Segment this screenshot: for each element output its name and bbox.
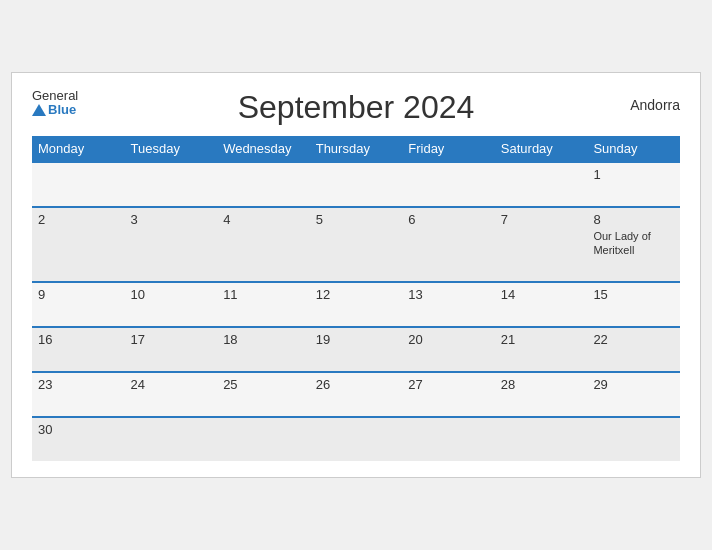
calendar-week-row: 2345678Our Lady of Meritxell (32, 207, 680, 283)
calendar-day-cell: 16 (32, 327, 125, 372)
logo: General Blue (32, 89, 78, 118)
day-number: 28 (501, 377, 515, 392)
calendar-week-row: 23242526272829 (32, 372, 680, 417)
calendar-day-cell: 5 (310, 207, 403, 283)
day-number: 29 (593, 377, 607, 392)
calendar-day-cell: 21 (495, 327, 588, 372)
calendar-day-cell (32, 162, 125, 207)
calendar-day-cell: 27 (402, 372, 495, 417)
calendar-day-cell (310, 417, 403, 461)
calendar-day-cell (217, 417, 310, 461)
calendar-day-cell: 22 (587, 327, 680, 372)
calendar-day-cell: 14 (495, 282, 588, 327)
calendar-day-cell: 8Our Lady of Meritxell (587, 207, 680, 283)
header-tuesday: Tuesday (125, 136, 218, 162)
country-name: Andorra (630, 97, 680, 113)
calendar-day-cell: 28 (495, 372, 588, 417)
day-number: 14 (501, 287, 515, 302)
calendar-table: Monday Tuesday Wednesday Thursday Friday… (32, 136, 680, 462)
logo-triangle-icon (32, 104, 46, 116)
calendar-day-cell: 25 (217, 372, 310, 417)
calendar-day-cell: 1 (587, 162, 680, 207)
day-number: 5 (316, 212, 323, 227)
calendar-day-cell: 10 (125, 282, 218, 327)
header-friday: Friday (402, 136, 495, 162)
day-number: 30 (38, 422, 52, 437)
day-number: 6 (408, 212, 415, 227)
calendar-day-cell: 26 (310, 372, 403, 417)
day-number: 25 (223, 377, 237, 392)
logo-blue-text: Blue (32, 103, 78, 117)
calendar-day-cell: 7 (495, 207, 588, 283)
day-number: 21 (501, 332, 515, 347)
day-number: 23 (38, 377, 52, 392)
calendar-day-cell (402, 417, 495, 461)
calendar-week-row: 1 (32, 162, 680, 207)
calendar-body: 12345678Our Lady of Meritxell91011121314… (32, 162, 680, 462)
day-number: 2 (38, 212, 45, 227)
day-number: 20 (408, 332, 422, 347)
calendar-day-cell: 24 (125, 372, 218, 417)
calendar-day-cell: 19 (310, 327, 403, 372)
day-number: 18 (223, 332, 237, 347)
calendar-week-row: 16171819202122 (32, 327, 680, 372)
day-number: 19 (316, 332, 330, 347)
calendar-day-cell: 4 (217, 207, 310, 283)
calendar-day-cell (587, 417, 680, 461)
calendar-day-cell: 18 (217, 327, 310, 372)
day-number: 26 (316, 377, 330, 392)
header-thursday: Thursday (310, 136, 403, 162)
weekday-header-row: Monday Tuesday Wednesday Thursday Friday… (32, 136, 680, 162)
calendar-week-row: 9101112131415 (32, 282, 680, 327)
calendar-day-cell (125, 417, 218, 461)
day-number: 22 (593, 332, 607, 347)
header-wednesday: Wednesday (217, 136, 310, 162)
day-number: 13 (408, 287, 422, 302)
event-text: Our Lady of Meritxell (593, 229, 674, 258)
calendar-day-cell: 13 (402, 282, 495, 327)
calendar-day-cell (495, 162, 588, 207)
day-number: 7 (501, 212, 508, 227)
calendar-day-cell: 30 (32, 417, 125, 461)
calendar-header: General Blue September 2024 Andorra (32, 89, 680, 126)
day-number: 16 (38, 332, 52, 347)
calendar-day-cell (310, 162, 403, 207)
calendar-day-cell (402, 162, 495, 207)
header-monday: Monday (32, 136, 125, 162)
day-number: 3 (131, 212, 138, 227)
calendar-day-cell (217, 162, 310, 207)
calendar-day-cell: 6 (402, 207, 495, 283)
calendar-day-cell: 29 (587, 372, 680, 417)
header-saturday: Saturday (495, 136, 588, 162)
day-number: 1 (593, 167, 600, 182)
calendar-day-cell: 9 (32, 282, 125, 327)
calendar-container: General Blue September 2024 Andorra Mond… (11, 72, 701, 479)
day-number: 9 (38, 287, 45, 302)
day-number: 17 (131, 332, 145, 347)
calendar-day-cell (495, 417, 588, 461)
calendar-day-cell: 15 (587, 282, 680, 327)
logo-general-text: General (32, 89, 78, 103)
calendar-title: September 2024 (238, 89, 475, 126)
day-number: 12 (316, 287, 330, 302)
calendar-day-cell: 20 (402, 327, 495, 372)
calendar-day-cell: 17 (125, 327, 218, 372)
calendar-week-row: 30 (32, 417, 680, 461)
header-sunday: Sunday (587, 136, 680, 162)
day-number: 8 (593, 212, 600, 227)
calendar-day-cell: 23 (32, 372, 125, 417)
day-number: 15 (593, 287, 607, 302)
day-number: 27 (408, 377, 422, 392)
day-number: 4 (223, 212, 230, 227)
calendar-day-cell: 11 (217, 282, 310, 327)
day-number: 10 (131, 287, 145, 302)
calendar-day-cell: 12 (310, 282, 403, 327)
calendar-day-cell: 3 (125, 207, 218, 283)
day-number: 11 (223, 287, 237, 302)
day-number: 24 (131, 377, 145, 392)
calendar-day-cell: 2 (32, 207, 125, 283)
calendar-day-cell (125, 162, 218, 207)
